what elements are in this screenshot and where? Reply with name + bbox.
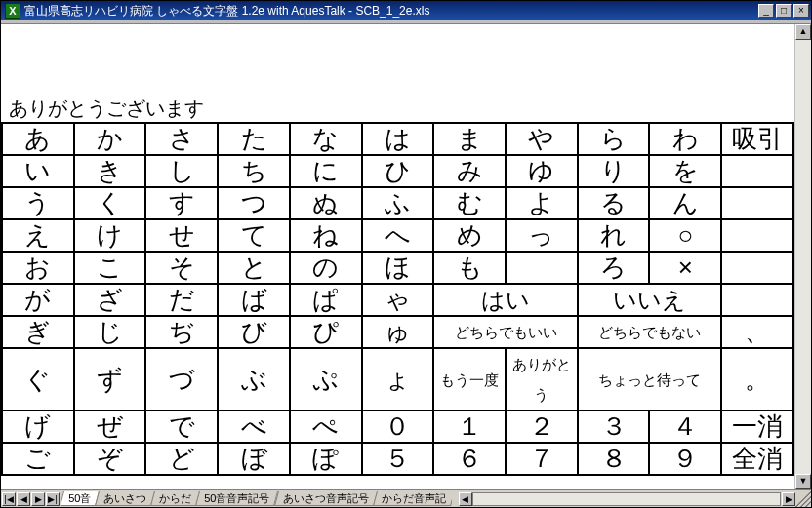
cell-chi[interactable]: ち [218, 155, 290, 187]
cell-pa[interactable]: ぱ [290, 284, 362, 316]
cell-shi[interactable]: し [145, 155, 218, 187]
cell-thanks[interactable]: ありがとう [506, 348, 578, 410]
cell-ku[interactable]: く [74, 187, 146, 219]
cell-zo[interactable]: ぞ [74, 443, 146, 475]
cell-u[interactable]: う [2, 187, 74, 219]
cell-mi[interactable]: み [433, 155, 506, 187]
cell-ji[interactable]: じ [74, 316, 146, 348]
cell-once-more[interactable]: もう一度 [433, 348, 506, 410]
cell-da[interactable]: だ [145, 284, 218, 316]
cell-go[interactable]: ご [2, 443, 74, 475]
prev-sheet-button[interactable]: ◀ [17, 492, 30, 506]
cell-wo[interactable]: を [649, 155, 721, 187]
cell-o[interactable]: お [2, 252, 74, 284]
scroll-right-button[interactable]: ▶ [782, 492, 795, 506]
cell-ta[interactable]: た [218, 123, 290, 155]
sheet-tab-greeting[interactable]: あいさつ [95, 491, 155, 506]
cell-delete-all[interactable]: 全消 [721, 443, 793, 475]
cell-pi[interactable]: ぴ [290, 316, 362, 348]
cell-wait[interactable]: ちょっと待って [578, 348, 721, 410]
cell-ha[interactable]: は [362, 123, 434, 155]
cell-sokuon[interactable]: っ [506, 219, 578, 252]
cell-dji[interactable]: ぢ [145, 316, 218, 348]
sheet-tab-greet-sym[interactable]: あいさつ音声記号 [273, 491, 377, 506]
cell-small-yu[interactable]: ゅ [362, 316, 434, 348]
sheet-tab-body[interactable]: からだ [150, 491, 200, 506]
scroll-left-button[interactable]: ◀ [459, 492, 472, 506]
cell-1[interactable]: １ [433, 410, 506, 443]
cell-pe[interactable]: ぺ [290, 410, 362, 443]
cell-bu[interactable]: ぶ [218, 348, 290, 410]
cell-zu[interactable]: ず [74, 348, 146, 410]
cell-re[interactable]: れ [578, 219, 650, 252]
last-sheet-button[interactable]: ▶| [46, 492, 60, 506]
cell-za[interactable]: ざ [74, 284, 146, 316]
sheet-tab-50on[interactable]: 50音 [61, 491, 100, 506]
cell-4[interactable]: ４ [649, 410, 721, 443]
cell-no[interactable]: の [290, 252, 362, 284]
cell-yes[interactable]: はい [433, 284, 577, 316]
cell-ma[interactable]: ま [433, 123, 506, 155]
cell-gu[interactable]: ぐ [2, 348, 74, 410]
cell-7[interactable]: ７ [506, 443, 578, 475]
cell-neither[interactable]: どちらでもない [578, 316, 721, 348]
cell-do[interactable]: ど [145, 443, 218, 475]
cell-yu[interactable]: ゆ [506, 155, 578, 187]
cell-ba[interactable]: ば [218, 284, 290, 316]
cell-se[interactable]: せ [145, 219, 218, 252]
cell-gi[interactable]: ぎ [2, 316, 74, 348]
cell-he[interactable]: へ [362, 219, 434, 252]
cell-batsu[interactable]: × [649, 252, 721, 284]
cell-comma[interactable]: 、 [721, 316, 793, 348]
cell-ga[interactable]: が [2, 284, 74, 316]
cell-sa[interactable]: さ [145, 123, 218, 155]
cell-su[interactable]: す [145, 187, 218, 219]
cell-to[interactable]: と [218, 252, 290, 284]
cell-dzu[interactable]: づ [145, 348, 218, 410]
cell-so[interactable]: そ [145, 252, 218, 284]
cell-ra[interactable]: ら [578, 123, 650, 155]
cell-suction[interactable]: 吸引 [721, 123, 793, 155]
cell-ze[interactable]: ぜ [74, 410, 146, 443]
cell-ke[interactable]: け [74, 219, 146, 252]
cell-n[interactable]: ん [649, 187, 721, 219]
cell-9[interactable]: ９ [649, 443, 721, 475]
cell-ki[interactable]: き [74, 155, 146, 187]
first-sheet-button[interactable]: |◀ [2, 492, 16, 506]
cell-8[interactable]: ８ [578, 443, 650, 475]
cell-tsu[interactable]: つ [218, 187, 290, 219]
next-sheet-button[interactable]: ▶ [31, 492, 45, 506]
cell-maru[interactable]: ○ [649, 219, 721, 252]
cell-te[interactable]: て [218, 219, 290, 252]
cell-3[interactable]: ３ [578, 410, 650, 443]
cell-wa[interactable]: わ [649, 123, 721, 155]
cell-ro[interactable]: ろ [578, 252, 650, 284]
cell-bi[interactable]: び [218, 316, 290, 348]
resize-grip-icon[interactable] [795, 491, 811, 507]
close-button[interactable]: × [793, 4, 809, 18]
cell-mo[interactable]: も [433, 252, 506, 284]
cell-po[interactable]: ぽ [290, 443, 362, 475]
cell-na[interactable]: な [290, 123, 362, 155]
minimize-button[interactable]: _ [758, 4, 774, 18]
cell-me[interactable]: め [433, 219, 506, 252]
scroll-down-button[interactable]: ▼ [795, 474, 811, 489]
cell-ni[interactable]: に [290, 155, 362, 187]
cell-fu[interactable]: ふ [362, 187, 434, 219]
cell-period[interactable]: 。 [721, 348, 793, 410]
cell-ho[interactable]: ほ [362, 252, 434, 284]
cell-ge[interactable]: げ [2, 410, 74, 443]
cell-bo[interactable]: ぼ [218, 443, 290, 475]
cell-2[interactable]: ２ [506, 410, 578, 443]
cell-no[interactable]: いいえ [578, 284, 721, 316]
sheet-tab-50on-sym[interactable]: 50音音声記号 [195, 491, 278, 506]
scroll-up-button[interactable]: ▲ [795, 24, 811, 40]
cell-yo[interactable]: よ [506, 187, 578, 219]
maximize-button[interactable]: □ [776, 4, 792, 18]
cell-de[interactable]: で [145, 410, 218, 443]
cell-pu[interactable]: ぷ [290, 348, 362, 410]
hscroll-track[interactable] [472, 492, 782, 506]
cell-e[interactable]: え [2, 219, 74, 252]
cell-nu[interactable]: ぬ [290, 187, 362, 219]
cell-5[interactable]: ５ [362, 443, 434, 475]
